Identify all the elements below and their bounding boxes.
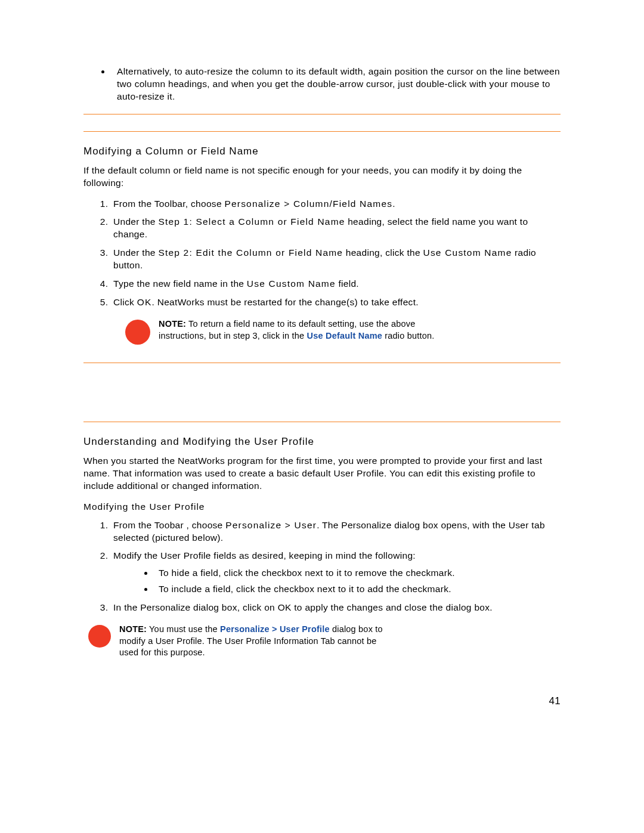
inner-bullet-list: To hide a field, click the checkbox next… [142, 567, 561, 596]
document-page: Alternatively, to auto-resize the column… [0, 0, 644, 744]
ui-label-link: Personalize > User Profile [220, 624, 330, 634]
ui-label-link: Use Default Name [307, 331, 383, 340]
ui-label: Step 2: Edit the Column or Field Name [158, 247, 343, 258]
menu-path: Personalize > Column/Field Names [224, 199, 392, 209]
bullet-item: Alternatively, to auto-resize the column… [111, 66, 561, 103]
step-item: Type the new field name in the Use Custo… [111, 278, 561, 290]
ui-label: Use Custom Name [423, 247, 512, 258]
note-label: NOTE: [119, 624, 147, 634]
text: Under the [113, 216, 158, 227]
note-label: NOTE: [159, 319, 186, 329]
note-text: NOTE: To return a field name to its defa… [159, 318, 447, 342]
section-heading-modify-column: Modifying a Column or Field Name [83, 145, 561, 159]
divider [83, 114, 561, 114]
step-item: Under the Step 2: Edit the Column or Fie… [111, 247, 561, 272]
text: Click [113, 297, 137, 307]
text: You must use the [147, 624, 220, 634]
text: From the Toolbar, choose [113, 199, 224, 209]
ui-label: Use Custom Name [247, 278, 336, 289]
note-text: NOTE: You must use the Personalize > Use… [119, 624, 386, 659]
divider [83, 422, 561, 422]
section1-intro: If the default column or field name is n… [83, 165, 561, 190]
text: . NeatWorks must be restarted for the ch… [151, 297, 418, 307]
text: From the Toobar , choose [113, 520, 225, 530]
section2-steps: From the Toobar , choose Personalize > U… [83, 519, 561, 615]
bullet-item: To include a field, click the checkbox n… [154, 583, 561, 596]
text: Modify the User Profile fields as desire… [113, 550, 416, 561]
text: . [392, 199, 395, 209]
divider [83, 363, 561, 363]
step-item: From the Toolbar, choose Personalize > C… [111, 198, 561, 210]
section2-subhead: Modifying the User Profile [83, 501, 561, 513]
ui-label: OK [137, 297, 152, 307]
note-block: NOTE: To return a field name to its defa… [125, 318, 447, 345]
ui-label: Step 1: Select a Column or Field Name [158, 216, 345, 227]
step-item: Click OK. NeatWorks must be restarted fo… [111, 296, 561, 309]
menu-path: Personalize > User [225, 520, 317, 530]
step-item: In the Personalize dialog box, click on … [111, 602, 561, 614]
step-item: Under the Step 1: Select a Column or Fie… [111, 216, 561, 241]
bullet-item: To hide a field, click the checkbox next… [154, 567, 561, 580]
spacer [83, 371, 561, 413]
note-dot-icon [125, 320, 150, 345]
step-item: From the Toobar , choose Personalize > U… [111, 519, 561, 544]
top-bullet-list: Alternatively, to auto-resize the column… [83, 66, 561, 103]
text: heading, click the [343, 247, 423, 258]
section1-steps: From the Toolbar, choose Personalize > C… [83, 198, 561, 309]
section2-intro: When you started the NeatWorks program f… [83, 455, 561, 493]
text: Under the [113, 247, 158, 258]
note-block: NOTE: You must use the Personalize > Use… [88, 624, 386, 659]
text: radio button. [382, 331, 434, 340]
text: Type the new field name in the [113, 278, 247, 289]
note-dot-icon [88, 625, 111, 648]
step-item: Modify the User Profile fields as desire… [111, 550, 561, 596]
page-number: 41 [83, 695, 561, 708]
text: field. [336, 278, 359, 289]
divider [83, 131, 561, 132]
section-heading-user-profile: Understanding and Modifying the User Pro… [83, 435, 561, 449]
